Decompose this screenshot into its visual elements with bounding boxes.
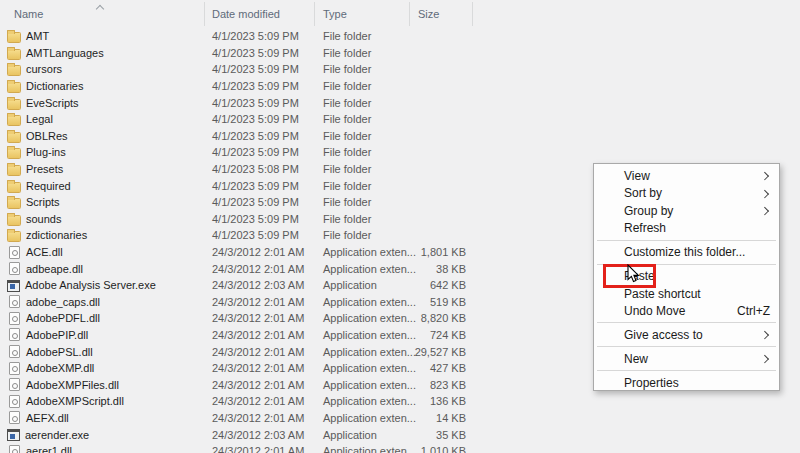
file-date-modified: 4/1/2023 5:08 PM	[205, 163, 315, 175]
file-row[interactable]: Dictionaries 4/1/2023 5:09 PM File folde…	[0, 78, 800, 95]
file-type: File folder	[315, 63, 410, 75]
file-date-modified: 4/1/2023 5:09 PM	[205, 146, 315, 158]
file-name-label: sounds	[26, 213, 61, 225]
file-type: Application exten...	[315, 296, 410, 308]
file-name-cell: AdobeXMPScript.dll	[0, 395, 205, 408]
file-size: 29,527 KB	[410, 346, 466, 358]
file-size: 724 KB	[410, 329, 466, 341]
context-menu: View Sort by Group by Refresh Customize …	[593, 163, 780, 391]
file-row[interactable]: cursors 4/1/2023 5:09 PM File folder	[0, 61, 800, 78]
file-name-label: cursors	[26, 63, 62, 75]
column-header-type[interactable]: Type	[315, 2, 410, 26]
file-size: 35 KB	[410, 429, 466, 441]
file-type: File folder	[315, 163, 410, 175]
file-name-cell: Scripts	[0, 195, 205, 209]
file-name-label: Legal	[26, 113, 53, 125]
file-row[interactable]: Plug-ins 4/1/2023 5:09 PM File folder	[0, 144, 800, 161]
file-row[interactable]: AEFX.dll 24/3/2012 2:01 AM Application e…	[0, 410, 800, 427]
file-name-cell: AEFX.dll	[0, 411, 205, 424]
file-type: File folder	[315, 30, 410, 42]
file-date-modified: 4/1/2023 5:09 PM	[205, 113, 315, 125]
file-name-label: ACE.dll	[26, 246, 63, 258]
file-row[interactable]: aerer1.dll 24/3/2012 2:01 AM Application…	[0, 443, 800, 453]
file-name-label: AMT	[26, 30, 49, 42]
file-date-modified: 4/1/2023 5:09 PM	[205, 229, 315, 241]
file-name-cell: adbeape.dll	[0, 262, 205, 275]
file-row[interactable]: EveScripts 4/1/2023 5:09 PM File folder	[0, 94, 800, 111]
file-name-label: Required	[26, 180, 71, 192]
file-name-label: AEFX.dll	[26, 412, 69, 424]
file-name-label: Plug-ins	[26, 146, 66, 158]
file-size: 642 KB	[410, 279, 466, 291]
file-type: Application exten...	[315, 312, 410, 324]
column-header-type-label: Type	[323, 8, 347, 20]
file-name-label: AdobePSL.dll	[26, 346, 93, 358]
file-row[interactable]: AMT 4/1/2023 5:09 PM File folder	[0, 28, 800, 45]
chevron-right-icon	[760, 355, 768, 363]
file-row[interactable]: Legal 4/1/2023 5:09 PM File folder	[0, 111, 800, 128]
file-date-modified: 4/1/2023 5:09 PM	[205, 80, 315, 92]
file-name-label: Presets	[26, 163, 63, 175]
dll-icon	[9, 378, 20, 391]
file-date-modified: 24/3/2012 2:01 AM	[205, 412, 315, 424]
file-name-label: Scripts	[26, 196, 60, 208]
menu-item-give-access-to[interactable]: Give access to	[594, 326, 779, 344]
menu-item-paste-shortcut[interactable]: Paste shortcut	[594, 285, 779, 303]
column-header-size[interactable]: Size	[410, 2, 473, 26]
file-size: 8,820 KB	[410, 312, 466, 324]
file-name-cell: sounds	[0, 212, 205, 226]
column-header-row: Name Date modified Type Size	[0, 0, 800, 28]
file-row[interactable]: AdobeXMPScript.dll 24/3/2012 2:01 AM App…	[0, 393, 800, 410]
file-date-modified: 24/3/2012 2:01 AM	[205, 263, 315, 275]
file-row[interactable]: AMTLanguages 4/1/2023 5:09 PM File folde…	[0, 45, 800, 62]
folder-icon	[7, 148, 21, 159]
file-date-modified: 24/3/2012 2:03 AM	[205, 279, 315, 291]
dll-icon	[9, 411, 20, 424]
file-date-modified: 24/3/2012 2:01 AM	[205, 445, 315, 453]
menu-item-paste[interactable]: Paste	[594, 267, 779, 285]
file-name-cell: aerender.exe	[0, 428, 205, 441]
dll-icon	[9, 295, 20, 308]
file-type: File folder	[315, 47, 410, 59]
menu-separator	[597, 370, 776, 371]
file-date-modified: 24/3/2012 2:01 AM	[205, 312, 315, 324]
menu-item-undo-move[interactable]: Undo Move Ctrl+Z	[594, 302, 779, 320]
file-name-label: adbeape.dll	[26, 263, 83, 275]
column-header-date-label: Date modified	[212, 8, 280, 20]
menu-item-refresh[interactable]: Refresh	[594, 220, 779, 238]
file-name-cell: AdobePIP.dll	[0, 328, 205, 341]
file-date-modified: 24/3/2012 2:01 AM	[205, 346, 315, 358]
folder-icon	[7, 99, 21, 110]
file-size: 136 KB	[410, 395, 466, 407]
chevron-right-icon	[760, 172, 768, 180]
file-type: File folder	[315, 146, 410, 158]
folder-icon	[7, 165, 21, 176]
chevron-right-icon	[760, 189, 768, 197]
file-date-modified: 4/1/2023 5:09 PM	[205, 97, 315, 109]
dll-icon	[9, 246, 20, 259]
file-name-cell: aerer1.dll	[0, 445, 205, 453]
file-type: File folder	[315, 97, 410, 109]
file-size: 823 KB	[410, 379, 466, 391]
menu-item-group-by[interactable]: Group by	[594, 202, 779, 220]
column-header-name[interactable]: Name	[0, 2, 205, 26]
file-name-cell: OBLRes	[0, 129, 205, 143]
file-name-cell: Required	[0, 179, 205, 193]
file-name-cell: Dictionaries	[0, 79, 205, 93]
file-size: 1,010 KB	[410, 445, 466, 453]
menu-item-view[interactable]: View	[594, 167, 779, 185]
menu-item-sort-by[interactable]: Sort by	[594, 185, 779, 203]
menu-item-properties[interactable]: Properties	[594, 374, 779, 392]
file-name-cell: Legal	[0, 112, 205, 126]
file-row[interactable]: aerender.exe 24/3/2012 2:03 AM Applicati…	[0, 426, 800, 443]
dll-icon	[9, 345, 20, 358]
sort-ascending-icon	[97, 4, 104, 11]
file-date-modified: 24/3/2012 2:01 AM	[205, 296, 315, 308]
menu-item-customize-this-folder[interactable]: Customize this folder...	[594, 243, 779, 261]
menu-item-new[interactable]: New	[594, 350, 779, 368]
column-header-date-modified[interactable]: Date modified	[205, 2, 315, 26]
file-name-label: aerer1.dll	[26, 445, 72, 453]
file-row[interactable]: OBLRes 4/1/2023 5:09 PM File folder	[0, 128, 800, 145]
file-name-label: AdobePIP.dll	[26, 329, 88, 341]
file-name-label: aerender.exe	[25, 429, 89, 441]
